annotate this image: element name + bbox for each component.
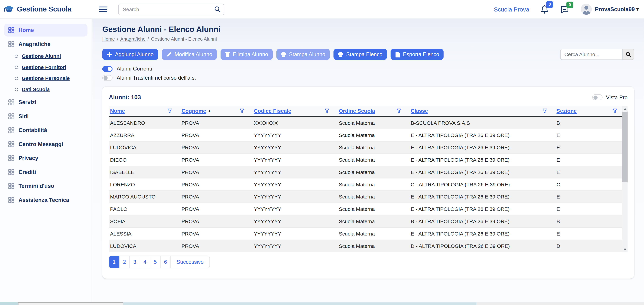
sidebar-subitem-gestione-alunni[interactable]: Gestione Alunni <box>15 52 88 61</box>
sidebar-item-home[interactable]: Home <box>4 24 88 36</box>
vista-pro-label: Vista Pro <box>606 94 628 100</box>
filter-funnel-icon[interactable] <box>396 108 401 114</box>
table-row[interactable]: ALESSANDROPROVAXXXXXXXScuola MaternaB-SC… <box>109 117 622 129</box>
page-button-4[interactable]: 4 <box>140 256 150 268</box>
cell-classe: E - ALTRA TIPOLOGIA (TRA 26 E 39 ORE) <box>410 157 555 163</box>
stampa-elenco-button[interactable]: Stampa Elenco <box>334 49 387 60</box>
filter-funnel-icon[interactable] <box>240 108 244 114</box>
table-row[interactable]: DIEGOPROVAYYYYYYYYScuola MaternaE - ALTR… <box>109 154 622 166</box>
scrollbar-thumb[interactable] <box>622 112 628 182</box>
sidebar-subitem-dati-scuola[interactable]: Dati Scuola <box>15 85 88 94</box>
table-row[interactable]: MARCO AUGUSTOPROVAYYYYYYYYScuola Materna… <box>109 191 622 203</box>
filter-funnel-icon[interactable] <box>542 108 547 114</box>
page-button-1[interactable]: 1 <box>109 256 120 268</box>
scroll-down-icon[interactable] <box>622 247 628 252</box>
button-label: Esporta Elenco <box>403 51 439 57</box>
sidebar-item-centro-messaggi[interactable]: Centro Messaggi <box>4 138 88 150</box>
table-scrollbar[interactable] <box>622 106 628 252</box>
alunni-trasferiti-toggle[interactable] <box>102 75 112 81</box>
scroll-up-icon[interactable] <box>622 106 628 112</box>
table-row[interactable]: LUDOVICAPROVAYYYYYYYYScuola MaternaE - A… <box>109 142 622 154</box>
table-row[interactable]: ISABELLEPROVAYYYYYYYYScuola MaternaE - A… <box>109 166 622 179</box>
cell-nome: LUDOVICA <box>109 243 180 249</box>
elimina-alunno-button[interactable]: Elimina Alunno <box>220 49 273 60</box>
sidebar-item-crediti[interactable]: Crediti <box>4 166 88 178</box>
column-sort-link[interactable]: Ordine Scuola <box>339 108 375 114</box>
students-panel: Alunni: 103 Vista Pro NomeCognome▲Codice… <box>102 87 634 279</box>
breadcrumb-anagrafiche[interactable]: Anagrafiche <box>120 36 146 41</box>
cell-cognome: PROVA <box>180 182 252 187</box>
vista-pro-control: Vista Pro <box>592 94 628 100</box>
cell-classe: E - ALTRA TIPOLOGIA (TRA 26 E 39 ORE) <box>410 132 555 138</box>
page-button-6[interactable]: 6 <box>160 256 171 268</box>
breadcrumb-separator: / <box>117 36 118 41</box>
sidebar-item-assistenza-tecnica[interactable]: Assistenza Tecnica <box>4 194 88 206</box>
student-search-input[interactable] <box>560 49 623 60</box>
sidebar-item-servizi[interactable]: Servizi <box>4 96 88 109</box>
table-row[interactable]: AZZURRAPROVAYYYYYYYYScuola MaternaE - AL… <box>109 129 622 142</box>
messages-button[interactable]: 0 <box>560 5 569 13</box>
sidebar-item-contabilit[interactable]: Contabilità <box>4 124 88 137</box>
page-button-5[interactable]: 5 <box>150 256 160 268</box>
filter-funnel-icon[interactable] <box>167 108 172 114</box>
header-search-input[interactable] <box>122 6 214 12</box>
grid-icon <box>8 197 14 203</box>
sidebar-item-privacy[interactable]: Privacy <box>4 152 88 165</box>
column-sort-link[interactable]: Codice Fiscale <box>254 108 291 114</box>
cell-sezione: C <box>555 182 622 187</box>
table-row[interactable]: LUDOVICAPROVAYYYYYYYYScuola MaternaD - A… <box>109 240 622 253</box>
next-page-button[interactable]: Successivo <box>171 256 209 268</box>
cell-cf: YYYYYYYY <box>252 145 338 150</box>
file-export-icon <box>395 51 400 57</box>
page-button-2[interactable]: 2 <box>120 256 130 268</box>
school-link[interactable]: Scuola Prova <box>494 6 529 12</box>
cell-sezione: E <box>555 145 622 150</box>
trash-icon <box>225 52 230 57</box>
sidebar-item-sidi[interactable]: Sidi <box>4 110 88 123</box>
toggle-row-current: Alunni Correnti <box>102 66 634 72</box>
breadcrumb-separator: / <box>148 36 149 41</box>
sidebar-item-anagrafiche[interactable]: Anagrafiche <box>4 38 88 50</box>
filter-funnel-icon[interactable] <box>612 108 617 114</box>
main-content: Gestione Alunni - Elenco Alunni Home / A… <box>92 18 644 302</box>
sidebar-subitem-gestione-personale[interactable]: Gestione Personale <box>15 74 88 83</box>
notifications-badge: 0 <box>546 1 553 7</box>
messages-badge: 0 <box>566 1 573 8</box>
column-sort-link[interactable]: Cognome <box>182 108 206 114</box>
student-search-button[interactable] <box>623 49 634 60</box>
aggiungi-alunno-button[interactable]: Aggiungi Alunno <box>102 49 158 60</box>
bottom-edge-strip <box>0 302 644 305</box>
column-sort-link[interactable]: Classe <box>411 108 428 114</box>
cell-cognome: PROVA <box>180 169 252 175</box>
vista-pro-toggle[interactable] <box>592 94 603 100</box>
table-row[interactable]: LORENZOPROVAYYYYYYYYScuola MaternaC - AL… <box>109 179 622 191</box>
stampa-alunno-button[interactable]: Stampa Alunno <box>276 49 330 60</box>
sidebar-subitem-gestione-fornitori[interactable]: Gestione Fornitori <box>15 63 88 72</box>
table-row[interactable]: SOFIAPROVAYYYYYYYYScuola MaternaB - ALTR… <box>109 215 622 228</box>
brand[interactable]: Gestione Scuola <box>0 5 92 14</box>
table-row[interactable]: PAOLOPROVAYYYYYYYYScuola MaternaE - ALTR… <box>109 203 622 215</box>
cell-cf: YYYYYYYY <box>252 243 338 249</box>
table-row[interactable]: ALESSIAPROVAYYYYYYYYScuola MaternaE - AL… <box>109 228 622 240</box>
cell-sezione: E <box>555 132 622 138</box>
user-menu[interactable]: ProvaScuola99 ▾ <box>595 6 638 12</box>
cell-classe: E - ALTRA TIPOLOGIA (TRA 26 E 39 ORE) <box>410 145 555 150</box>
filter-funnel-icon[interactable] <box>324 108 329 114</box>
hamburger-menu-icon[interactable] <box>99 6 107 12</box>
avatar[interactable] <box>580 4 592 15</box>
cell-sezione: B <box>555 120 622 126</box>
esporta-elenco-button[interactable]: Esporta Elenco <box>391 49 444 60</box>
breadcrumb-home[interactable]: Home <box>102 36 115 41</box>
alunni-correnti-toggle[interactable] <box>102 66 112 71</box>
search-icon[interactable] <box>214 6 220 12</box>
column-sort-link[interactable]: Sezione <box>556 108 577 114</box>
button-label: Stampa Elenco <box>346 51 382 57</box>
sidebar-item-termini-d-uso[interactable]: Termini d'uso <box>4 180 88 192</box>
grid-icon <box>8 113 14 119</box>
cell-sezione: B <box>555 218 622 224</box>
notifications-button[interactable]: 0 <box>540 5 549 14</box>
modifica-alunno-button[interactable]: Modifica Alunno <box>162 49 217 60</box>
cell-cognome: PROVA <box>180 120 252 126</box>
column-sort-link[interactable]: Nome <box>110 108 125 114</box>
page-button-3[interactable]: 3 <box>130 256 140 268</box>
